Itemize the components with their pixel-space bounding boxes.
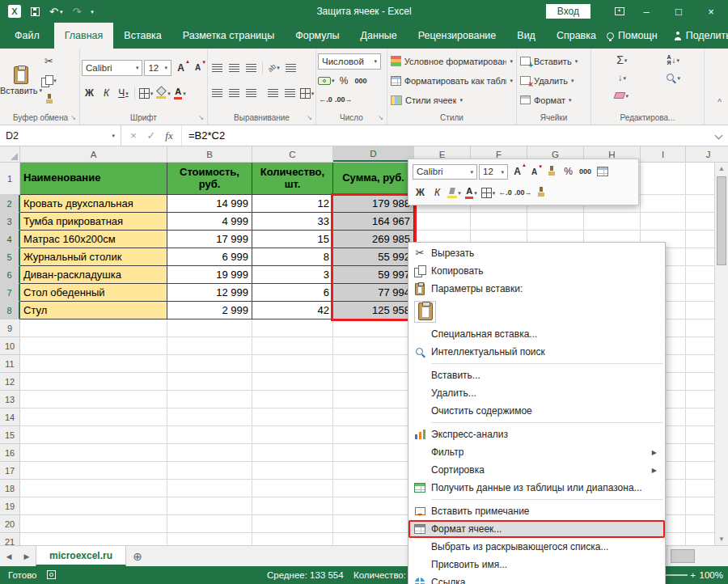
borders-button[interactable]: ▾ [138,85,154,101]
cell-B14[interactable] [167,408,252,426]
cell-B9[interactable] [167,320,252,337]
percent-style-button[interactable]: % [336,73,352,89]
menu-item-get-data[interactable]: Получить данные из таблицы или диапазона… [408,479,665,497]
cell-C4[interactable]: 15 [252,231,333,248]
cell-B17[interactable] [167,462,252,480]
mini-decrease-font-button[interactable]: ▼ [527,163,542,180]
font-size-combo[interactable]: 12▾ [144,60,171,76]
tab-file[interactable]: Файл [0,23,54,49]
cell-A3[interactable]: Тумба прикроватная [20,213,167,231]
row-header-15[interactable]: 15 [0,426,20,444]
close-button[interactable]: × [700,6,722,18]
cell-A14[interactable] [20,408,167,426]
column-header-I[interactable]: I [641,146,686,162]
cell-C11[interactable] [252,355,333,373]
tab-view[interactable]: Вид [506,23,546,49]
paste-option-button[interactable] [414,301,436,323]
row-header-3[interactable]: 3 [0,213,20,231]
paste-button[interactable]: Вставить▾ [3,50,39,111]
macro-record-icon[interactable] [47,570,56,579]
share-button[interactable]: Поделиться [674,30,728,41]
tab-page-layout[interactable]: Разметка страницы [172,23,285,49]
cell-B11[interactable] [167,355,252,373]
increase-decimal-button[interactable]: ←.0 [318,91,333,108]
zoom-in-button[interactable]: + [690,566,696,584]
cell-F3[interactable] [471,213,527,231]
cell-C2[interactable]: 12 [252,195,333,213]
cell-C7[interactable]: 6 [252,284,333,302]
mini-decrease-decimal-button[interactable]: .00→ [514,184,532,201]
cell-B1[interactable]: Стоимость, руб. [167,163,252,195]
cell-A6[interactable]: Диван-раскладушка [20,266,167,284]
tab-review[interactable]: Рецензирование [408,23,507,49]
menu-item-sort[interactable]: Сортировка▶ [408,461,665,479]
cell-C21[interactable] [252,533,333,545]
new-sheet-button[interactable]: ⊕ [126,546,149,566]
cell-D20[interactable] [333,515,414,533]
row-header-4[interactable]: 4 [0,231,20,248]
cell-D8[interactable]: 125 958 [333,302,414,320]
format-as-table-button[interactable]: Форматировать как таблицу▾ [389,72,514,89]
cell-D4[interactable]: 269 985 [333,231,414,248]
row-header-11[interactable]: 11 [0,355,20,373]
cell-A21[interactable] [20,533,167,545]
redo-button[interactable]: ↷ [72,6,81,17]
cell-D1[interactable]: Сумма, руб. [333,163,414,195]
collapse-ribbon-icon[interactable]: ^ [717,98,722,107]
cell-B19[interactable] [167,497,252,515]
cell-C10[interactable] [252,337,333,355]
cell-D17[interactable] [333,462,414,480]
menu-item-paste-special[interactable]: Специальная вставка... [408,325,665,343]
cell-B4[interactable]: 17 999 [167,231,252,248]
cell-C15[interactable] [252,426,333,444]
menu-item-delete[interactable]: Удалить... [408,384,665,402]
cell-D2[interactable]: 179 988 [333,195,414,213]
font-color-button[interactable]: ▾ [172,85,188,101]
cell-C5[interactable]: 8 [252,248,333,266]
cell-D18[interactable] [333,480,414,497]
decrease-indent-button[interactable] [265,85,281,101]
font-name-combo[interactable]: Calibri▾ [82,60,142,76]
increase-indent-button[interactable] [282,85,298,101]
cell-A4[interactable]: Матрас 160х200см [20,231,167,248]
mini-percent-button[interactable]: % [561,163,576,180]
row-header-8[interactable]: 8 [0,302,20,320]
zoom-level[interactable]: 100% [700,566,723,584]
cell-C9[interactable] [252,320,333,337]
copy-button[interactable]: ▾ [41,73,57,89]
cell-D5[interactable]: 55 992 [333,248,414,266]
cell-E3[interactable] [414,213,471,231]
row-header-16[interactable]: 16 [0,444,20,462]
cell-C18[interactable] [252,480,333,497]
customize-qat-button[interactable]: ▾ [91,9,94,15]
decrease-font-button[interactable]: ▼ [190,60,205,76]
menu-item-insert-comment[interactable]: Вставить примечание [408,502,665,520]
cell-D13[interactable] [333,391,414,408]
cell-D6[interactable]: 59 997 [333,266,414,284]
vertical-scrollbar[interactable]: ▲ ▼ [714,163,728,545]
cell-B15[interactable] [167,426,252,444]
cell-C20[interactable] [252,515,333,533]
cell-C13[interactable] [252,391,333,408]
cell-B16[interactable] [167,444,252,462]
mini-highlight-button[interactable]: ▾ [447,184,462,201]
cell-A16[interactable] [20,444,167,462]
scroll-down-icon[interactable]: ▼ [715,533,728,545]
menu-item-define-name[interactable]: Присвоить имя... [408,556,665,573]
row-header-14[interactable]: 14 [0,408,20,426]
name-box[interactable]: D2▾ [0,125,121,146]
mini-comma-button[interactable]: 000 [578,163,593,180]
cell-B13[interactable] [167,391,252,408]
format-cells-button[interactable]: Формат▾ [518,91,589,108]
accounting-format-button[interactable]: ▾ [318,73,335,89]
format-painter-button[interactable] [41,91,57,108]
align-left-button[interactable] [210,85,225,101]
cut-button[interactable] [41,53,57,70]
cell-I1[interactable] [641,163,686,195]
row-header-10[interactable]: 10 [0,337,20,355]
delete-cells-button[interactable]: Удалить▾ [518,72,589,89]
mini-brush-button[interactable] [534,184,549,201]
cell-B3[interactable]: 4 999 [167,213,252,231]
select-all-button[interactable] [0,146,20,162]
cell-D7[interactable]: 77 994 [333,284,414,302]
